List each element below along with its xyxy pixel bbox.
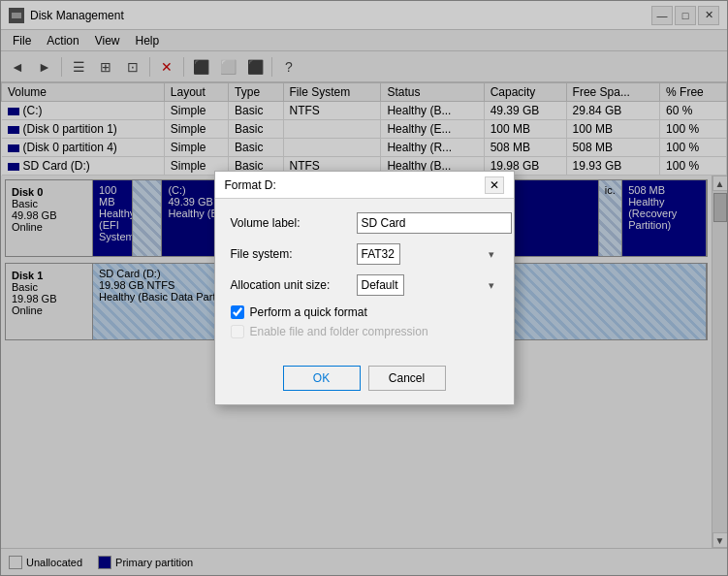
- file-system-select[interactable]: FAT32 NTFS exFAT: [357, 243, 400, 265]
- modal-body: Volume label: File system: FAT32 NTFS ex…: [215, 199, 514, 358]
- quick-format-row: Perform a quick format: [231, 305, 498, 319]
- cancel-button[interactable]: Cancel: [368, 366, 446, 391]
- ok-button[interactable]: OK: [283, 366, 361, 391]
- quick-format-label[interactable]: Perform a quick format: [250, 305, 367, 319]
- compression-row: Enable file and folder compression: [231, 325, 498, 338]
- alloc-size-label: Allocation unit size:: [231, 278, 357, 292]
- modal-title-text: Format D:: [225, 178, 276, 192]
- alloc-size-select-wrapper: Default 512 1024 2048 4096: [357, 274, 498, 296]
- volume-label-label: Volume label:: [231, 216, 357, 230]
- modal-title-bar: Format D: ✕: [215, 172, 514, 199]
- quick-format-checkbox[interactable]: [231, 305, 244, 319]
- file-system-row: File system: FAT32 NTFS exFAT: [231, 243, 498, 265]
- file-system-select-wrapper: FAT32 NTFS exFAT: [357, 243, 498, 265]
- compression-label: Enable file and folder compression: [250, 325, 428, 338]
- modal-footer: OK Cancel: [215, 358, 514, 404]
- alloc-size-select[interactable]: Default 512 1024 2048 4096: [357, 274, 404, 296]
- volume-label-input[interactable]: [357, 212, 512, 234]
- compression-checkbox[interactable]: [231, 325, 244, 338]
- modal-overlay: Format D: ✕ Volume label: File system: F…: [0, 0, 728, 576]
- format-dialog: Format D: ✕ Volume label: File system: F…: [214, 171, 515, 405]
- alloc-size-row: Allocation unit size: Default 512 1024 2…: [231, 274, 498, 296]
- modal-close-button[interactable]: ✕: [485, 176, 504, 194]
- volume-label-row: Volume label:: [231, 212, 498, 234]
- file-system-label: File system:: [231, 247, 357, 261]
